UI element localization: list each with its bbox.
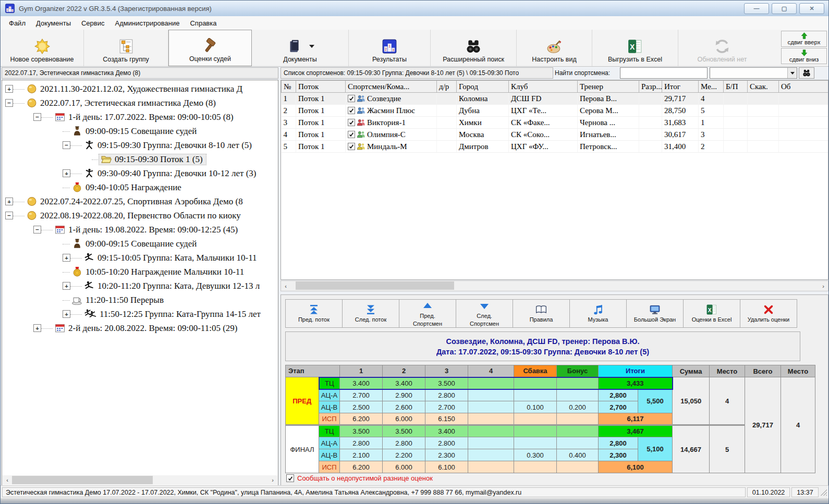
row-checkbox[interactable] <box>348 143 355 150</box>
expand-toggle[interactable]: − <box>33 226 41 233</box>
table-row[interactable]: 3Поток 1 Виктория-1 ХимкиСК «Факе...Черн… <box>282 117 829 129</box>
score-cell[interactable] <box>557 437 599 449</box>
close-button[interactable]: ✕ <box>799 3 824 14</box>
delete-scores-button[interactable]: Удалить оценки <box>740 299 797 328</box>
row-checkbox[interactable] <box>348 95 355 102</box>
score-cell[interactable]: 2.200 <box>383 449 425 461</box>
score-cell[interactable] <box>468 377 514 389</box>
shift-up-button[interactable]: сдвиг вверх <box>781 31 827 47</box>
scrollbar-thumb[interactable] <box>296 281 454 290</box>
chevron-down-icon[interactable] <box>309 45 314 48</box>
col-place[interactable]: Ме... <box>699 81 724 93</box>
prev-athlete-button[interactable]: Пред.Спортсмен <box>399 299 456 328</box>
score-cell[interactable]: 2.800 <box>425 437 468 449</box>
tree-item[interactable]: +09:15-10:05 Группа: Ката, Мальчики 10-1… <box>2 251 278 265</box>
expand-toggle[interactable]: + <box>5 85 13 93</box>
scroll-left-arrow[interactable]: ‹ <box>3 475 12 485</box>
col-num[interactable]: № <box>282 81 296 93</box>
bonus-cell[interactable]: 0.400 <box>557 449 599 461</box>
athletes-horizontal-scrollbar[interactable]: ‹ › <box>281 280 828 291</box>
score-cell[interactable]: 2.300 <box>425 449 468 461</box>
create-group-button[interactable]: Создать группу <box>84 30 168 66</box>
menu-documents[interactable]: Документы <box>31 17 76 29</box>
score-cell[interactable] <box>514 389 557 401</box>
resize-grip[interactable] <box>820 489 827 496</box>
score-cell[interactable] <box>557 425 599 437</box>
score-cell[interactable]: 2.800 <box>383 437 425 449</box>
scores-to-excel-button[interactable]: Оценки в Excel <box>683 299 740 328</box>
col-club[interactable]: Клуб <box>509 81 578 93</box>
deduction-cell[interactable]: 0.100 <box>514 401 557 413</box>
menu-help[interactable]: Справка <box>185 17 222 29</box>
next-athlete-button[interactable]: След.Спортсмен <box>456 299 513 328</box>
score-cell[interactable]: 6.200 <box>340 413 383 425</box>
score-cell[interactable]: 6.000 <box>383 461 425 473</box>
col-city[interactable]: Город <box>457 81 509 93</box>
expand-toggle[interactable]: − <box>33 113 41 121</box>
tree-item[interactable]: −1-й день: 19.08.2022. Время: 09:00-12:2… <box>2 223 278 237</box>
score-cell[interactable] <box>468 389 514 401</box>
col-dob[interactable]: д/р <box>437 81 457 93</box>
maximize-button[interactable]: ▢ <box>772 3 797 14</box>
score-cell[interactable]: 2.800 <box>425 389 468 401</box>
score-cell[interactable]: 2.500 <box>340 401 383 413</box>
col-coach[interactable]: Тренер <box>578 81 639 93</box>
score-cell[interactable] <box>514 461 557 473</box>
col-ob[interactable]: Об <box>779 81 829 93</box>
minimize-button[interactable]: — <box>744 3 769 14</box>
col-flow[interactable]: Поток <box>296 81 346 93</box>
tree-item[interactable]: +11:50-12:25 Группа: Ката-Группа 14-15 л… <box>2 307 278 321</box>
deduction-cell[interactable]: 0.300 <box>514 449 557 461</box>
expand-toggle[interactable]: − <box>5 212 13 219</box>
col-athlete[interactable]: Спортсмен/Кома... <box>346 81 437 93</box>
expand-toggle[interactable]: + <box>33 324 41 332</box>
music-button[interactable]: Музыка <box>569 299 627 328</box>
expand-toggle[interactable]: + <box>63 254 70 262</box>
documents-button[interactable]: Документы <box>252 30 349 66</box>
advanced-search-button[interactable]: Расширенный поиск <box>431 30 517 66</box>
score-cell[interactable] <box>514 437 557 449</box>
row-checkbox[interactable] <box>348 107 355 114</box>
expand-toggle[interactable]: − <box>63 141 70 149</box>
row-checkbox[interactable] <box>348 131 355 138</box>
scroll-right-arrow[interactable]: › <box>268 475 277 485</box>
menu-service[interactable]: Сервис <box>76 17 110 29</box>
tree-item[interactable]: −09:15-09:30 Группа: Девочки 8-10 лет (5… <box>2 138 278 152</box>
menu-administration[interactable]: Администрирование <box>110 17 185 29</box>
col-bp[interactable]: Б/П <box>724 81 748 93</box>
score-cell[interactable]: 6.150 <box>425 413 468 425</box>
tree-item[interactable]: 11:20-11:50 Перерыв <box>2 293 278 307</box>
shift-down-button[interactable]: сдвиг вниз <box>781 48 827 64</box>
expand-toggle[interactable]: − <box>5 99 13 107</box>
tree-item[interactable]: +2021.11.30-2021.12.02, Художественная г… <box>2 82 278 96</box>
score-cell[interactable] <box>514 377 557 389</box>
score-cell[interactable]: 6.200 <box>340 461 383 473</box>
score-cell[interactable] <box>468 401 514 413</box>
score-cell[interactable]: 2.600 <box>383 401 425 413</box>
tree-item[interactable]: +10:20-11:20 Группа: Ката, Девушки 12-13… <box>2 279 278 293</box>
combo-dropdown-button[interactable] <box>787 68 797 78</box>
scrollbar-thumb[interactable] <box>12 476 153 484</box>
tree-item[interactable]: +2-й день: 20.08.2022. Время: 09:00-11:0… <box>2 321 278 335</box>
tree-item[interactable]: 09:00-09:15 Совещание судей <box>2 237 278 251</box>
new-competition-button[interactable]: Новое соревнование <box>1 30 84 66</box>
tree-item-selected[interactable]: 09:15-09:30 Поток 1 (5) <box>2 152 278 166</box>
score-cell[interactable] <box>557 461 599 473</box>
score-cell[interactable]: 6.100 <box>425 461 468 473</box>
col-rank[interactable]: Разр... <box>639 81 662 93</box>
rules-button[interactable]: Правила <box>513 299 570 328</box>
score-cell[interactable]: 3.500 <box>383 425 425 437</box>
score-cell[interactable] <box>468 449 514 461</box>
results-button[interactable]: Результаты <box>349 30 431 66</box>
find-athlete-combobox[interactable] <box>710 67 797 79</box>
score-cell[interactable]: 3.400 <box>425 425 468 437</box>
tree-item[interactable]: −1-й день: 17.07.2022. Время: 09:00-10:0… <box>2 110 278 124</box>
score-cell[interactable] <box>468 413 514 425</box>
scroll-left-arrow[interactable]: ‹ <box>281 281 290 291</box>
tree-item[interactable]: 10:05-10:20 Награждение Мальчики 10-11 <box>2 265 278 279</box>
tree-item[interactable]: −2022.08.19-2022.08.20, Первенство Облас… <box>2 208 278 223</box>
score-cell[interactable] <box>514 413 557 425</box>
score-cell[interactable] <box>468 425 514 437</box>
expand-toggle[interactable]: + <box>63 310 70 318</box>
score-cell[interactable] <box>557 389 599 401</box>
